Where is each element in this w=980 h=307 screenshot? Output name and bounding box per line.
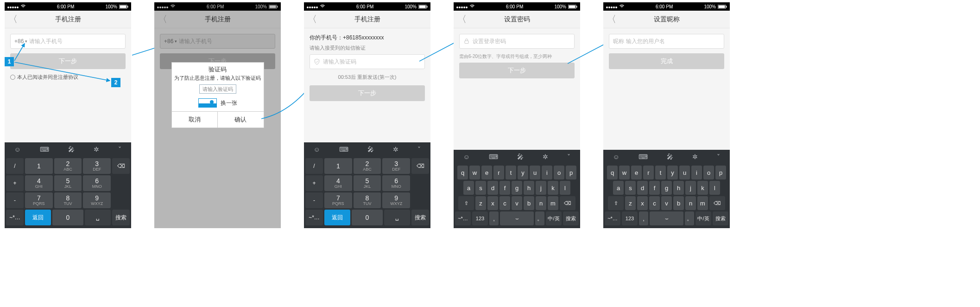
emoji-icon[interactable]: ☺ [463,153,470,160]
key-comma[interactable]: , [489,211,499,225]
key-plus[interactable]: + [305,175,323,191]
key-backspace[interactable]: ⌫ [560,196,575,210]
chevron-down-icon[interactable]: ˅ [417,146,421,153]
key-0[interactable]: 0 [52,210,83,225]
key-space[interactable]: ⌣ [500,211,534,225]
key-9[interactable]: 9WXYZ [382,192,410,208]
key-t[interactable]: t [655,166,666,179]
mic-icon[interactable]: 🎤︎ [667,153,673,160]
key-y[interactable]: y [667,166,678,179]
key-j[interactable]: j [685,181,696,195]
nickname-input[interactable] [626,38,720,45]
key-o[interactable]: o [554,166,564,179]
phone-input[interactable] [29,38,121,45]
key-x[interactable]: x [637,196,648,210]
key-search[interactable]: 搜索 [112,210,130,225]
key-period[interactable]: 。 [685,211,694,225]
key-g[interactable]: g [512,181,522,195]
key-1[interactable]: 1 [25,158,53,174]
key-space[interactable]: ⌣ [650,211,683,225]
emoji-icon[interactable]: ☺ [14,146,21,153]
key-5[interactable]: 5JKL [354,175,381,191]
key-2[interactable]: 2ABC [54,158,82,174]
key-123[interactable]: 123 [472,211,488,225]
key-symbols[interactable]: ~*… [605,211,620,225]
gear-icon[interactable]: ✲ [94,146,99,153]
key-y[interactable]: y [518,166,528,179]
key-n[interactable]: n [685,196,696,210]
key-p[interactable]: p [715,166,726,179]
key-i[interactable]: i [542,166,552,179]
back-icon[interactable]: 〈 [607,13,616,26]
key-e[interactable]: e [481,166,492,179]
key-e[interactable]: e [631,166,642,179]
mic-icon[interactable]: 🎤︎ [68,146,75,153]
key-k[interactable]: k [548,181,558,195]
key-8[interactable]: 8TUV [54,192,82,208]
gear-icon[interactable]: ✲ [543,153,548,160]
key-space[interactable]: ␣ [85,210,111,225]
key-o[interactable]: o [703,166,714,179]
next-button[interactable]: 下一步 [10,53,126,69]
key-l[interactable]: l [709,181,720,195]
agree-row[interactable]: 本人已阅读并同意注册协议 [10,74,126,81]
chevron-down-icon[interactable]: ˅ [567,153,570,160]
gear-icon[interactable]: ✲ [692,153,698,160]
key-sym[interactable]: ~*… [6,210,24,225]
key-3[interactable]: 3DEF [83,158,111,174]
modal-cancel-button[interactable]: 取消 [172,112,218,128]
key-space[interactable]: ␣ [384,210,410,225]
key-s[interactable]: s [475,181,486,195]
key-4[interactable]: 4GHI [25,175,53,191]
key-backspace[interactable]: ⌫ [709,196,725,210]
gear-icon[interactable]: ✲ [393,146,398,153]
key-8[interactable]: 8TUV [354,192,381,208]
sms-code-input[interactable] [323,58,421,65]
key-b[interactable]: b [673,196,684,210]
agree-checkbox[interactable] [10,75,15,80]
key-b[interactable]: b [524,196,534,210]
key-7[interactable]: 7PQRS [25,192,53,208]
key-u[interactable]: u [679,166,690,179]
key-f[interactable]: f [649,181,660,195]
keyboard-icon[interactable]: ⌨ [40,146,49,153]
key-z[interactable]: z [475,196,486,210]
key-p[interactable]: p [566,166,576,179]
back-icon[interactable]: 〈 [8,13,18,26]
key-search[interactable]: 搜索 [713,211,728,225]
key-9[interactable]: 9WXYZ [83,192,111,208]
password-input[interactable] [473,38,570,45]
key-4[interactable]: 4GHI [324,175,352,191]
key-minus[interactable]: - [6,192,24,208]
done-button[interactable]: 完成 [609,53,724,69]
key-f[interactable]: f [499,181,510,195]
key-return[interactable]: 返回 [25,210,51,225]
key-n[interactable]: n [536,196,546,210]
key-search[interactable]: 搜索 [563,211,579,225]
key-v[interactable]: v [512,196,522,210]
key-h[interactable]: h [673,181,684,195]
key-1[interactable]: 1 [324,158,352,174]
next-button[interactable]: 下一步 [459,63,575,78]
back-icon[interactable]: 〈 [308,13,317,26]
key-shift[interactable]: ⇧ [458,196,474,210]
key-h[interactable]: h [524,181,534,195]
key-period[interactable]: 。 [535,211,544,225]
key-123[interactable]: 123 [622,211,638,225]
key-2[interactable]: 2ABC [354,158,381,174]
key-t[interactable]: t [506,166,516,179]
chevron-down-icon[interactable]: ˅ [717,153,720,160]
emoji-icon[interactable]: ☺ [613,153,620,160]
key-w[interactable]: w [619,166,630,179]
key-x[interactable]: x [487,196,498,210]
emoji-icon[interactable]: ☺ [314,146,320,153]
key-v[interactable]: v [661,196,672,210]
captcha-input[interactable]: 请输入验证码 [199,84,236,94]
key-z[interactable]: z [625,196,636,210]
mic-icon[interactable]: 🎤︎ [367,146,374,153]
key-slash[interactable]: / [305,158,323,174]
key-slash[interactable]: / [6,158,24,174]
key-r[interactable]: r [493,166,504,179]
key-g[interactable]: g [661,181,672,195]
key-0[interactable]: 0 [352,210,383,225]
